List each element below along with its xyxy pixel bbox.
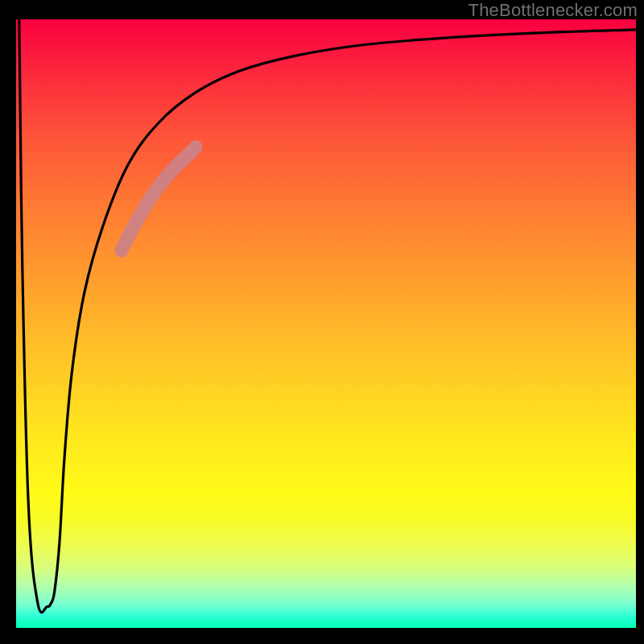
plot-area <box>16 19 636 628</box>
highlight-segment <box>122 147 196 251</box>
chart-svg <box>16 19 636 628</box>
chart-frame: TheBottlenecker.com <box>0 0 644 644</box>
bottleneck-curve <box>19 19 636 613</box>
attribution-label: TheBottlenecker.com <box>469 0 638 21</box>
